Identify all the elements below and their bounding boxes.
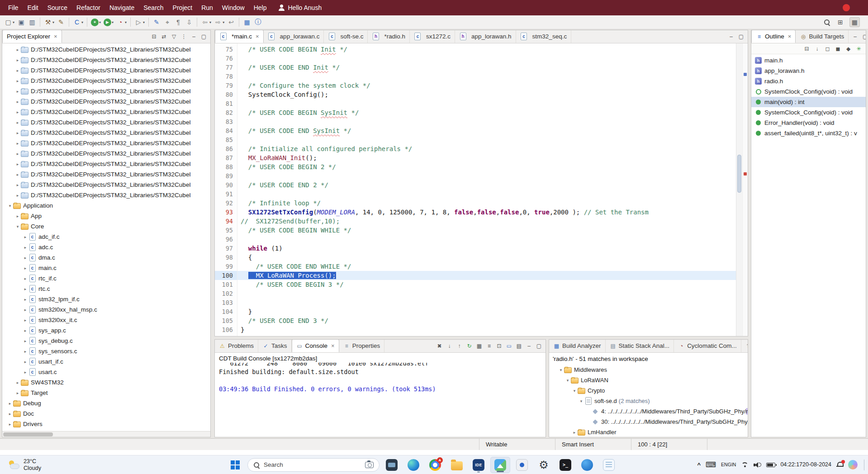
twistie-icon[interactable]: ▸ [14,193,21,198]
open-perspective-button[interactable]: ⊞ [836,18,845,27]
tree-item[interactable]: ▸D:/STM32CubeIDEProjects/STM32_Libraries… [2,117,210,128]
tree-item[interactable]: ▸stm32l0xx_it.c [2,315,210,325]
twistie-icon[interactable]: ▸ [22,297,28,302]
twistie-icon[interactable]: ▸ [22,235,28,239]
close-icon[interactable]: × [54,33,57,40]
code-line[interactable] [237,298,736,307]
taskbar-edge[interactable] [403,457,423,473]
hide-static-members-button[interactable]: ◼ [835,46,841,52]
line-number[interactable]: 77 [215,63,237,72]
code-line[interactable]: /* USER CODE BEGIN 3 */ [237,280,736,289]
line-number[interactable]: 103 [215,298,237,307]
tab-project-explorer[interactable]: Project Explorer × [2,30,62,43]
search-result-item[interactable]: ▾Middlewares [549,365,748,375]
line-number[interactable]: 78 [215,72,237,81]
information-button[interactable]: ⓘ [252,17,263,28]
search-result-item[interactable]: ▾Crypto [549,385,748,396]
line-number[interactable]: 99 [215,262,237,271]
menu-item-navigate[interactable]: Navigate [105,2,139,14]
line-number[interactable]: 94 [215,217,237,226]
search-result-item[interactable]: ▸LmHandler [549,427,748,437]
line-number[interactable]: 75 [215,45,237,54]
code-line[interactable] [237,99,736,108]
close-icon[interactable]: × [788,33,792,40]
change-marker[interactable] [744,172,747,175]
device-configuration-button[interactable]: ✎ [56,17,66,28]
menu-item-project[interactable]: Project [168,2,197,14]
twistie-icon[interactable]: ▸ [7,401,13,406]
profile-button[interactable]: ◔▾ [115,17,128,28]
line-number[interactable]: 100 [215,271,237,280]
line-number[interactable]: 83 [215,117,237,126]
editor-tab-sx1272.c[interactable]: sx1272.c [410,30,455,43]
tree-item[interactable]: ▸Doc [2,408,210,419]
line-number[interactable]: 85 [215,135,237,144]
code-line[interactable]: /* Infinite loop */ [237,199,736,208]
editor-tab-radio.h[interactable]: *radio.h [368,30,410,43]
line-number[interactable]: 101 [215,280,237,289]
tree-item[interactable]: ▸sys_debug.c [2,336,210,346]
tree-item[interactable]: ▸D:/STM32CubeIDEProjects/STM32_Libraries… [2,107,210,117]
tree-item[interactable]: ▸D:/STM32CubeIDEProjects/STM32_Libraries… [2,86,210,96]
outline-item[interactable]: assert_failed(uint8_t*, uint32_t) : v [751,128,866,138]
twistie-icon[interactable]: ▾ [14,224,21,229]
tree-item[interactable]: ▸D:/STM32CubeIDEProjects/STM32_Libraries… [2,138,210,148]
line-number[interactable]: 79 [215,81,237,90]
taskbar-file-explorer[interactable] [447,457,467,473]
minimize-button[interactable]: – [190,33,197,40]
close-icon[interactable]: × [256,33,259,40]
code-line[interactable] [237,72,736,81]
code-line[interactable]: /* USER CODE END SysInit */ [237,126,736,135]
twistie-icon[interactable]: ▸ [22,308,28,312]
twistie-icon[interactable]: ▸ [14,391,21,395]
tree-item[interactable]: ▸D:/STM32CubeIDEProjects/STM32_Libraries… [2,159,210,169]
link-with-editor-button[interactable]: ✳ [855,46,862,52]
collapse-all-button[interactable]: ⊟ [151,33,157,40]
editor-tab-app_lorawan.h[interactable]: app_lorawan.h [455,30,516,43]
line-number[interactable]: 104 [215,307,237,316]
filters-button[interactable]: ▽ [171,33,177,40]
line-number[interactable]: 87 [215,153,237,162]
tree-item[interactable]: ▸main.c [2,263,210,273]
run-button[interactable]: ▶▾ [102,17,115,28]
twistie-icon[interactable]: ▸ [14,183,21,187]
back-button[interactable]: ⇦▾ [199,17,213,28]
hide-non-public-button[interactable]: ◆ [845,46,852,52]
search-result-item[interactable]: ▾LoRaWAN [549,375,748,385]
twistie-icon[interactable]: ▸ [14,89,21,94]
line-number[interactable]: 105 [215,316,237,325]
occurrence-marker[interactable] [744,73,747,76]
code-line[interactable] [237,171,736,180]
show-whitespace-button[interactable]: ¶ [173,17,184,28]
taskbar-chrome[interactable]: A [425,457,445,473]
tree-item[interactable]: ▸D:/STM32CubeIDEProjects/STM32_Libraries… [2,65,210,76]
last-edit-location-button[interactable]: ↩ [226,17,237,28]
outline-item[interactable]: radio.h [751,76,866,86]
touch-keyboard-icon[interactable]: ⌨ [706,460,716,469]
line-number[interactable]: 98 [215,253,237,262]
debug-button[interactable]: ✶▾ [90,17,102,28]
line-number[interactable]: 76 [215,54,237,63]
twistie-icon[interactable]: ▸ [14,141,21,146]
code-line[interactable]: /* USER CODE END 2 */ [237,180,736,190]
code-line[interactable]: /* USER CODE END Init */ [237,63,736,72]
maximize-button[interactable]: ▢ [862,33,866,40]
code-line[interactable] [237,289,736,298]
twistie-icon[interactable]: ▸ [22,245,28,250]
code-line[interactable]: /* USER CODE END 3 */ [237,316,736,325]
line-number[interactable]: 91 [215,190,237,199]
line-number[interactable]: 82 [215,108,237,117]
maximize-button[interactable]: ▢ [536,343,542,349]
twistie-icon[interactable]: ▸ [14,214,21,218]
code-line[interactable]: /* USER CODE BEGIN 2 */ [237,162,736,171]
twistie-icon[interactable]: ▸ [14,120,21,125]
twistie-icon[interactable]: ▸ [14,79,21,83]
new-button[interactable]: ▢▾ [3,17,16,28]
twistie-icon[interactable]: ▸ [14,152,21,156]
menu-item-edit[interactable]: Edit [23,2,43,14]
twistie-icon[interactable]: ▸ [14,172,21,177]
twistie-icon[interactable]: ▸ [14,47,21,52]
outline-item[interactable]: main(void) : int [751,97,866,107]
tree-item[interactable]: ▸rtc_if.c [2,273,210,284]
tab-build-targets[interactable]: ◎Build Targets [796,30,849,43]
